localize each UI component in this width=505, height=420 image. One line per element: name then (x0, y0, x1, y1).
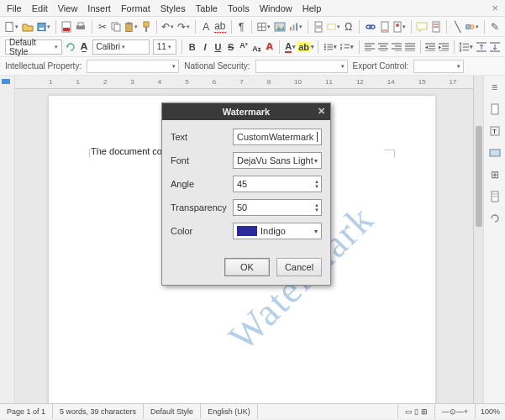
status-lang[interactable]: English (UK) (201, 404, 258, 418)
sidebar-page-icon[interactable] (488, 102, 502, 116)
menu-file[interactable]: File (7, 3, 22, 13)
open-icon[interactable] (22, 20, 34, 34)
close-icon[interactable]: × (492, 2, 498, 14)
ec-combo[interactable]: ▾ (413, 60, 464, 73)
save-icon[interactable] (37, 20, 50, 34)
underline-icon[interactable]: U (213, 40, 223, 54)
menu-help[interactable]: Help (302, 3, 322, 13)
update-style-icon[interactable] (66, 40, 76, 54)
horizontal-ruler[interactable]: 11234567810111214151718 (15, 76, 473, 89)
svg-rect-12 (145, 27, 147, 32)
superscript-icon[interactable]: A² (239, 39, 248, 52)
cut-icon[interactable]: ✂ (97, 20, 108, 34)
sidebar-navigator-icon[interactable]: ⊞ (488, 168, 502, 181)
paragraph-style-combo[interactable]: Default Style▾ (5, 39, 62, 55)
menu-tools[interactable]: Tools (228, 3, 250, 13)
comment-icon[interactable] (416, 20, 428, 34)
font-size-combo[interactable]: 11▾ (153, 39, 176, 55)
align-center-icon[interactable] (378, 40, 388, 54)
para-space-dec-icon[interactable] (490, 40, 500, 54)
clone-format-icon[interactable] (141, 20, 151, 34)
status-view-icons[interactable]: ▭ ▯ ⊞ (398, 404, 435, 418)
vertical-ruler[interactable] (0, 76, 15, 403)
new-icon[interactable] (5, 20, 18, 34)
sidebar-styles-icon[interactable]: T (488, 124, 502, 138)
new-style-icon[interactable]: A̲ (79, 40, 88, 54)
print-icon[interactable] (75, 20, 87, 34)
copy-icon[interactable] (111, 20, 121, 34)
undo-icon[interactable]: ↶ (161, 20, 174, 34)
spellcheck-icon[interactable]: ab (214, 20, 225, 34)
font-combo[interactable]: DejaVu Sans Light▾ (233, 152, 322, 169)
paste-icon[interactable] (124, 20, 138, 34)
status-zoom[interactable]: 100% (476, 407, 505, 416)
menubar: File Edit View Insert Format Styles Tabl… (0, 0, 505, 17)
menu-format[interactable]: Format (121, 3, 150, 13)
italic-icon[interactable]: I (200, 40, 209, 54)
highlight-icon[interactable]: ab (299, 40, 313, 54)
align-right-icon[interactable] (392, 40, 402, 54)
vertical-scrollbar[interactable] (473, 76, 483, 403)
sidebar-page2-icon[interactable] (488, 190, 502, 203)
text-input[interactable]: CustomWatermark (233, 129, 322, 145)
menu-insert[interactable]: Insert (87, 3, 111, 13)
nonprint-icon[interactable]: ¶ (236, 20, 246, 34)
status-zoom-slider[interactable]: —⊙—+ (435, 404, 476, 418)
footnote-icon[interactable] (380, 20, 390, 34)
cancel-button[interactable]: Cancel (276, 258, 322, 276)
linespacing-icon[interactable] (460, 40, 473, 54)
para-space-inc-icon[interactable] (476, 40, 487, 54)
svg-point-35 (471, 24, 475, 29)
scrollbar-thumb[interactable] (476, 126, 482, 227)
hyperlink-icon[interactable] (365, 20, 376, 34)
field-icon[interactable] (327, 20, 340, 34)
image-insert-icon[interactable] (274, 20, 286, 34)
justify-icon[interactable] (405, 40, 415, 54)
line-icon[interactable]: ╲ (452, 20, 462, 34)
draw-icon[interactable]: ✎ (490, 20, 500, 34)
ip-label: Intellectual Property: (5, 61, 82, 71)
status-style[interactable]: Default Style (144, 404, 201, 418)
dialog-titlebar[interactable]: Watermark ✕ (162, 103, 330, 120)
align-left-icon[interactable] (365, 40, 375, 54)
font-name-combo[interactable]: Calibri▾ (92, 39, 150, 55)
svg-rect-4 (63, 28, 70, 31)
bold-icon[interactable]: B (187, 40, 197, 54)
menu-window[interactable]: Window (260, 3, 292, 13)
status-words[interactable]: 5 words, 39 characters (53, 404, 144, 418)
clear-format-icon[interactable]: A̷ (265, 40, 274, 54)
ip-combo[interactable]: ▾ (87, 60, 179, 73)
sidebar-changes-icon[interactable] (488, 212, 502, 225)
indent-inc-icon[interactable] (425, 40, 435, 54)
text-label: Text (171, 132, 228, 142)
ns-combo[interactable]: ▾ (255, 60, 348, 73)
sidebar-properties-icon[interactable]: ≡ (488, 81, 502, 94)
dialog-close-icon[interactable]: ✕ (315, 105, 327, 117)
menu-styles[interactable]: Styles (160, 3, 186, 13)
shapes-icon[interactable] (466, 20, 479, 34)
transparency-spinner[interactable]: 50▲▼ (233, 199, 322, 216)
pagebreak-icon[interactable] (313, 20, 324, 34)
menu-table[interactable]: Table (196, 3, 218, 13)
status-page[interactable]: Page 1 of 1 (0, 404, 53, 418)
strike-icon[interactable]: S (226, 40, 235, 54)
sidebar-gallery-icon[interactable] (488, 146, 502, 160)
bookmark-icon[interactable] (393, 20, 406, 34)
color-combo[interactable]: Indigo▾ (233, 223, 322, 239)
export-pdf-icon[interactable] (61, 20, 71, 34)
numbering-icon[interactable]: 12 (340, 40, 354, 54)
font-color-icon[interactable]: A (285, 40, 296, 54)
subscript-icon[interactable]: A₂ (252, 42, 261, 55)
find-icon[interactable]: A (201, 20, 211, 34)
ok-button[interactable]: OK (224, 258, 270, 276)
bullets-icon[interactable] (324, 40, 337, 54)
chart-icon[interactable] (289, 20, 302, 34)
indent-dec-icon[interactable] (439, 40, 449, 54)
menu-edit[interactable]: Edit (32, 3, 48, 13)
special-char-icon[interactable]: Ω (344, 20, 354, 34)
menu-view[interactable]: View (58, 3, 78, 13)
trackchanges-icon[interactable] (431, 20, 441, 34)
table-insert-icon[interactable] (257, 20, 271, 34)
redo-icon[interactable]: ↷ (177, 20, 190, 34)
angle-spinner[interactable]: 45▲▼ (233, 176, 322, 192)
